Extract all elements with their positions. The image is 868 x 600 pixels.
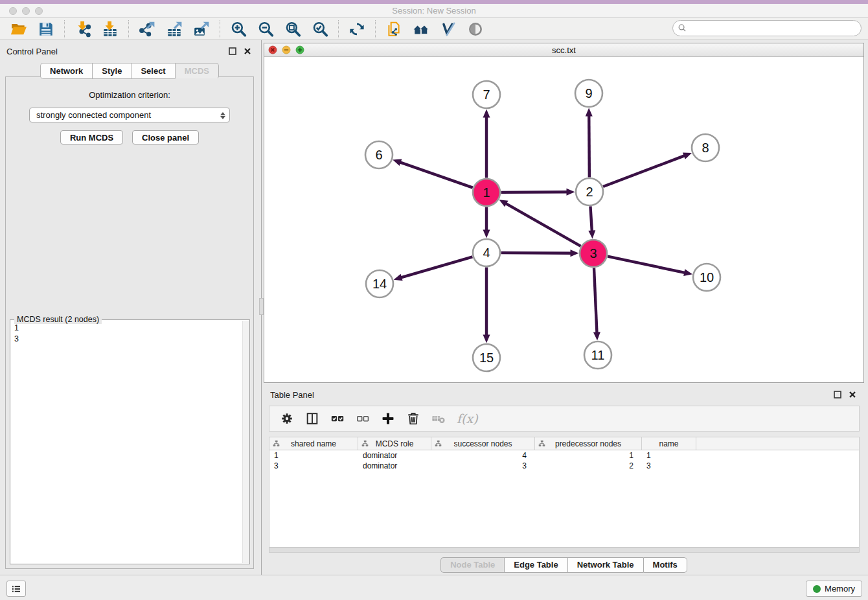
- control-panel-tabs: NetworkStyleSelectMCDS: [0, 63, 259, 79]
- graph-edge-4-3[interactable]: [501, 249, 578, 257]
- task-history-button[interactable]: [6, 581, 26, 597]
- float-panel-icon[interactable]: [227, 46, 238, 56]
- close-panel-icon[interactable]: [242, 46, 253, 56]
- tab-mcds[interactable]: MCDS: [175, 63, 219, 79]
- trash-icon[interactable]: [405, 410, 422, 427]
- network-canvas[interactable]: 7968124314101511: [264, 57, 863, 382]
- homes-icon[interactable]: [411, 19, 431, 39]
- table-row[interactable]: 3dominator323: [269, 461, 859, 471]
- table-cell[interactable]: 3: [269, 461, 358, 471]
- run-mcds-button[interactable]: Run MCDS: [60, 130, 123, 144]
- graph-edge-3-11[interactable]: [593, 268, 600, 340]
- graph-edge-1-6[interactable]: [393, 159, 473, 188]
- table-cell[interactable]: dominator: [358, 461, 431, 471]
- zoom-fit-icon[interactable]: [283, 19, 303, 39]
- tab-style[interactable]: Style: [92, 63, 131, 79]
- table-float-panel-icon[interactable]: [832, 389, 843, 400]
- column-header-shared-name[interactable]: shared name: [269, 437, 358, 450]
- plus-icon[interactable]: [380, 410, 396, 427]
- optimization-criterion-dropdown[interactable]: strongly connected component: [29, 108, 230, 122]
- tab-network[interactable]: Network: [40, 63, 92, 79]
- graph-edge-2-9[interactable]: [586, 108, 593, 177]
- graph-node-9[interactable]: 9: [575, 80, 602, 107]
- table-cell[interactable]: 1: [642, 450, 696, 461]
- graph-edge-3-1[interactable]: [499, 200, 581, 246]
- graph-node-3[interactable]: 3: [580, 240, 607, 267]
- frame-close-icon[interactable]: [268, 45, 277, 54]
- table-row[interactable]: 1dominator411: [269, 450, 859, 461]
- close-panel-button[interactable]: Close panel: [132, 130, 199, 144]
- export-table-icon[interactable]: [165, 19, 184, 39]
- graph-edge-2-3[interactable]: [588, 206, 595, 238]
- v-slash-icon[interactable]: [439, 19, 458, 39]
- memory-button[interactable]: Memory: [806, 581, 862, 597]
- graph-node-10[interactable]: 10: [693, 264, 720, 291]
- eye-icon[interactable]: [466, 19, 485, 39]
- table-panel-title: Table Panel: [270, 390, 828, 400]
- graph-edge-2-8[interactable]: [603, 152, 692, 187]
- status-bar: Memory: [0, 575, 868, 600]
- tab-select[interactable]: Select: [131, 63, 174, 79]
- frame-minimize-icon[interactable]: [282, 45, 291, 54]
- graph-node-15[interactable]: 15: [473, 344, 500, 371]
- graph-node-4[interactable]: 4: [473, 239, 500, 266]
- tab-edge-table[interactable]: Edge Table: [504, 557, 567, 573]
- vertical-splitter[interactable]: [259, 40, 264, 575]
- columns-icon[interactable]: [304, 410, 321, 427]
- graph-edge-1-7[interactable]: [483, 110, 490, 178]
- table-cell[interactable]: 2: [535, 461, 642, 471]
- zoom-in-icon[interactable]: [229, 19, 248, 39]
- frame-maximize-icon[interactable]: [295, 45, 304, 54]
- zoom-selected-icon[interactable]: [310, 19, 330, 39]
- vertical-splitter-grabber[interactable]: [259, 298, 264, 315]
- network-window-titlebar[interactable]: scc.txt: [264, 43, 863, 57]
- table-cell[interactable]: 1: [535, 450, 642, 461]
- graph-edge-4-14[interactable]: [394, 257, 473, 281]
- duplicate-network-icon[interactable]: [384, 19, 404, 39]
- checked-pair-icon[interactable]: [329, 410, 346, 427]
- mcds-result-scrollbar[interactable]: [242, 321, 249, 563]
- table-panel-header: Table Panel: [264, 386, 864, 403]
- table-cell[interactable]: 3: [642, 461, 696, 471]
- graph-node-6[interactable]: 6: [365, 141, 393, 168]
- toolbar-separator: [338, 20, 339, 38]
- node-table: shared nameMCDS rolesuccessor nodesprede…: [269, 437, 860, 548]
- graph-node-8[interactable]: 8: [692, 134, 719, 161]
- import-table-icon[interactable]: [100, 19, 120, 39]
- table-cell[interactable]: 3: [431, 461, 535, 471]
- column-header-name[interactable]: name: [642, 437, 696, 450]
- table-cell[interactable]: 4: [431, 450, 535, 461]
- column-header-predecessor-nodes[interactable]: predecessor nodes: [535, 437, 642, 450]
- graph-edge-1-2[interactable]: [501, 189, 575, 196]
- graph-node-2[interactable]: 2: [576, 178, 603, 205]
- unchecked-pair-icon[interactable]: [354, 410, 371, 427]
- tab-node-table[interactable]: Node Table: [440, 557, 504, 573]
- graph-edge-1-4[interactable]: [483, 207, 490, 238]
- graph-node-14[interactable]: 14: [366, 270, 393, 297]
- graph-edge-4-15[interactable]: [483, 268, 490, 343]
- graph-node-7[interactable]: 7: [473, 81, 500, 108]
- zoom-out-icon[interactable]: [256, 19, 275, 39]
- graph-node-1[interactable]: 1: [473, 179, 500, 206]
- search-box[interactable]: [672, 20, 862, 36]
- graph-node-11[interactable]: 11: [584, 341, 611, 369]
- export-image-icon[interactable]: [192, 19, 211, 39]
- graph-edge-3-10[interactable]: [608, 257, 692, 276]
- table-close-panel-icon[interactable]: [847, 389, 858, 400]
- table-cell[interactable]: dominator: [358, 450, 431, 461]
- network-view-window: scc.txt 7968124314101511: [264, 43, 864, 383]
- mcds-result-text[interactable]: 1 3: [12, 323, 242, 562]
- column-header-MCDS-role[interactable]: MCDS role: [358, 437, 431, 450]
- export-network-icon[interactable]: [137, 19, 157, 39]
- search-input[interactable]: [688, 22, 861, 35]
- table-panel: Table Panel f(x) shared nameMCDS rolesuc…: [264, 386, 864, 575]
- import-network-icon[interactable]: [73, 19, 93, 39]
- tab-motifs[interactable]: Motifs: [643, 557, 687, 573]
- save-icon[interactable]: [36, 19, 56, 39]
- table-cell[interactable]: 1: [269, 450, 358, 461]
- tab-network-table[interactable]: Network Table: [567, 557, 643, 573]
- refresh-icon[interactable]: [347, 19, 367, 39]
- folder-open-icon[interactable]: [9, 19, 29, 39]
- gear-icon[interactable]: [279, 410, 295, 427]
- column-header-successor-nodes[interactable]: successor nodes: [431, 437, 535, 450]
